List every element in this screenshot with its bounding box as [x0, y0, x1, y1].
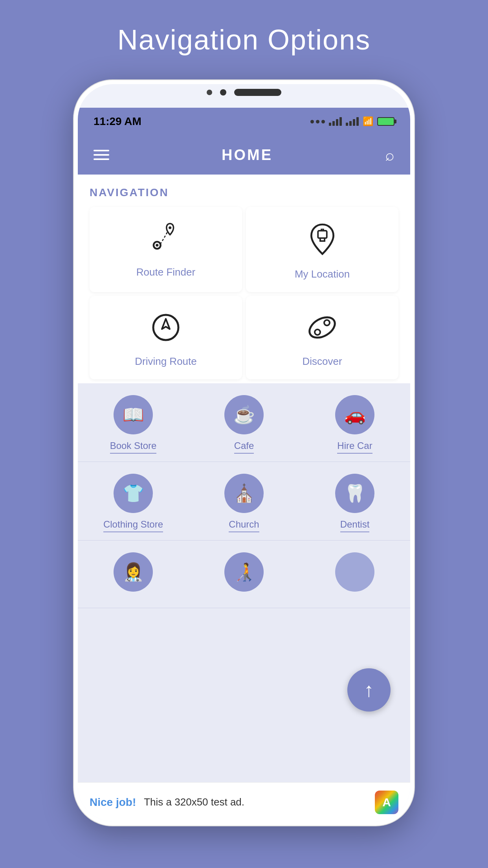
- svg-rect-3: [318, 231, 327, 238]
- phone-top-elements: [207, 89, 281, 96]
- hire-car-label: Hire Car: [337, 440, 372, 454]
- dot-1: [310, 120, 314, 123]
- svg-marker-5: [162, 319, 170, 329]
- poi-church[interactable]: ⛪ Church: [189, 462, 299, 541]
- svg-point-6: [306, 313, 338, 342]
- wifi-icon: 📶: [363, 116, 373, 127]
- discover-icon: [306, 312, 338, 348]
- poi-item-8[interactable]: 🧑‍🦯: [189, 541, 299, 608]
- signal-dots: [310, 120, 325, 123]
- bar3: [336, 119, 338, 126]
- svg-point-7: [324, 320, 330, 326]
- poi-section: 📖 Book Store ☕ Cafe 🚗 Hire Car 👕 Clothin…: [78, 383, 410, 782]
- bar1b: [346, 123, 348, 126]
- bar4b: [356, 117, 359, 126]
- bar2b: [349, 121, 352, 126]
- book-store-label: Book Store: [110, 440, 157, 454]
- poi-hire-car[interactable]: 🚗 Hire Car: [299, 383, 410, 462]
- bar2: [332, 121, 335, 126]
- navigation-grid: Route Finder My Location: [90, 207, 398, 383]
- fab-navigate-button[interactable]: ↑: [347, 668, 391, 712]
- clothing-store-label: Clothing Store: [103, 519, 163, 532]
- poi-7-icon: 👩‍⚕️: [114, 552, 153, 592]
- navigation-section: NAVIGATION Route Finder: [78, 175, 410, 383]
- dot-3: [321, 120, 325, 123]
- poi-clothing-store[interactable]: 👕 Clothing Store: [78, 462, 189, 541]
- ad-logo: A: [375, 791, 398, 814]
- poi-book-store[interactable]: 📖 Book Store: [78, 383, 189, 462]
- speaker-grille: [234, 89, 281, 96]
- fab-navigate-icon: ↑: [364, 679, 374, 701]
- poi-dentist[interactable]: 🦷 Dentist: [299, 462, 410, 541]
- my-location-label: My Location: [295, 268, 350, 280]
- ad-banner: Nice job! This a 320x50 test ad. A: [78, 782, 410, 822]
- dot-2: [316, 120, 319, 123]
- cafe-icon: ☕: [224, 395, 264, 434]
- discover-label: Discover: [302, 355, 342, 368]
- my-location-icon: [308, 223, 337, 260]
- nav-card-discover[interactable]: Discover: [246, 296, 398, 379]
- svg-point-2: [169, 226, 171, 229]
- menu-line-3: [94, 158, 109, 160]
- church-icon: ⛪: [224, 474, 264, 513]
- nav-card-driving-route[interactable]: Driving Route: [90, 296, 242, 379]
- signal-bars-1: [329, 117, 342, 126]
- navigation-section-label: NAVIGATION: [90, 186, 398, 207]
- page-title: Navigation Options: [117, 24, 371, 56]
- driving-route-icon: [150, 312, 182, 348]
- status-bar: 11:29 AM �: [78, 108, 410, 135]
- camera-dot: [220, 89, 226, 96]
- clothing-store-icon: 👕: [114, 474, 153, 513]
- poi-item-7[interactable]: 👩‍⚕️: [78, 541, 189, 608]
- bar3b: [353, 119, 355, 126]
- menu-button[interactable]: [94, 150, 109, 160]
- menu-line-1: [94, 150, 109, 151]
- driving-route-label: Driving Route: [135, 355, 197, 368]
- dentist-label: Dentist: [340, 519, 370, 532]
- bar1: [329, 123, 331, 126]
- ad-nice-text: Nice job!: [90, 796, 136, 809]
- nav-card-my-location[interactable]: My Location: [246, 207, 398, 292]
- status-icons: 📶: [310, 116, 394, 127]
- poi-cafe[interactable]: ☕ Cafe: [189, 383, 299, 462]
- poi-item-9[interactable]: [299, 541, 410, 608]
- bar4: [339, 117, 342, 126]
- ad-main-text: This a 320x50 test ad.: [144, 796, 367, 808]
- status-time: 11:29 AM: [94, 115, 141, 128]
- menu-line-2: [94, 154, 109, 156]
- app-header: HOME ⌕: [78, 135, 410, 175]
- nav-card-route-finder[interactable]: Route Finder: [90, 207, 242, 292]
- dentist-icon: 🦷: [335, 474, 374, 513]
- phone-screen: 11:29 AM �: [78, 84, 410, 822]
- poi-grid: 📖 Book Store ☕ Cafe 🚗 Hire Car 👕 Clothin…: [78, 383, 410, 608]
- church-label: Church: [229, 519, 259, 532]
- search-button[interactable]: ⌕: [385, 146, 394, 164]
- svg-point-8: [315, 329, 320, 335]
- book-store-icon: 📖: [114, 395, 153, 434]
- svg-point-1: [156, 244, 158, 246]
- phone-shell: 11:29 AM �: [73, 79, 415, 826]
- route-finder-label: Route Finder: [136, 266, 195, 278]
- hire-car-icon: 🚗: [335, 395, 374, 434]
- front-camera: [207, 90, 212, 95]
- battery-icon: [377, 117, 394, 126]
- cafe-label: Cafe: [234, 440, 254, 454]
- signal-bars-2: [346, 117, 359, 126]
- poi-9-icon: [335, 552, 374, 592]
- header-title: HOME: [222, 147, 273, 164]
- route-finder-icon: [148, 223, 183, 258]
- poi-8-icon: 🧑‍🦯: [224, 552, 264, 592]
